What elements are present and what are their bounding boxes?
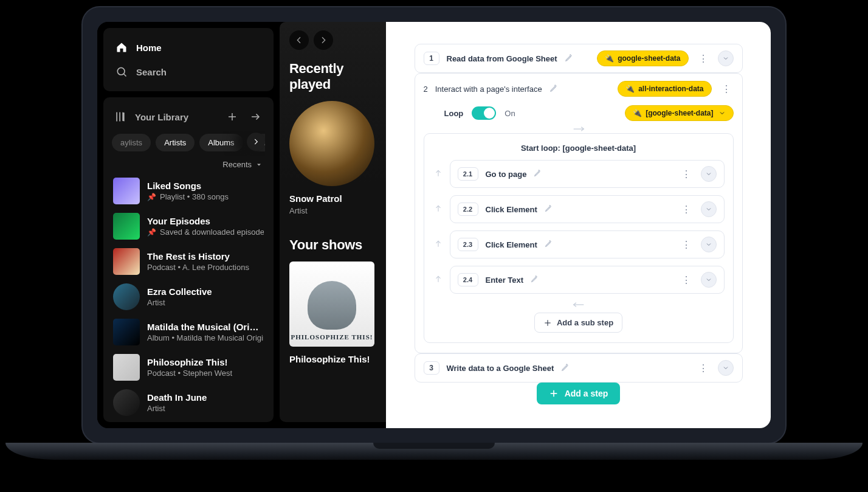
library-sort-label: Recents (222, 160, 252, 169)
move-up-button[interactable] (433, 240, 444, 250)
substep-collapse-button[interactable] (701, 166, 717, 182)
library-item[interactable]: Your Episodes 📌Saved & downloaded episod… (112, 210, 265, 242)
edit-substep-button[interactable] (545, 240, 553, 249)
substep[interactable]: 2.3 Click Element ⋮ (450, 230, 725, 258)
substep-collapse-button[interactable] (701, 201, 717, 217)
library-expand-button[interactable] (248, 109, 263, 124)
step-menu-button[interactable]: ⋮ (696, 53, 711, 64)
plus-icon (543, 319, 552, 327)
chip-scroll-right[interactable] (247, 133, 265, 151)
library-item[interactable]: Philosophize This! Podcast • Stephen Wes… (112, 352, 265, 383)
edit-step-button[interactable] (565, 54, 573, 64)
library-item[interactable]: Matilda the Musical (Original L… Album •… (112, 316, 265, 348)
home-icon (115, 41, 128, 54)
library-icon (114, 111, 126, 123)
step-3[interactable]: 3 Write data to a Google Sheet ⋮ (415, 353, 743, 383)
chevron-right-icon (319, 35, 328, 45)
library-sort[interactable]: Recents (112, 156, 265, 175)
plug-icon: 🔌 (633, 109, 642, 117)
svg-point-0 (117, 68, 125, 75)
chevron-down-icon (705, 276, 712, 283)
library-item-art (113, 213, 140, 240)
loop-label: Loop (444, 109, 464, 118)
add-substep-button[interactable]: Add a sub step (534, 313, 622, 333)
step-output-pill[interactable]: 🔌 all-interaction-data (618, 81, 711, 97)
nav-home[interactable]: Home (112, 35, 265, 60)
arrow-up-icon (434, 275, 443, 283)
step-menu-button[interactable]: ⋮ (696, 362, 711, 374)
pill-label: all-interaction-data (638, 85, 703, 93)
move-up-button[interactable] (433, 275, 444, 285)
nav-search-label: Search (136, 67, 167, 77)
step-number: 2 (424, 85, 428, 94)
edit-step-button[interactable] (561, 363, 570, 373)
chip-albums[interactable]: Albums (199, 134, 243, 151)
library-item[interactable]: Liked Songs 📌Playlist • 380 songs (112, 175, 265, 207)
move-up-button[interactable] (433, 204, 444, 215)
arrow-up-icon (434, 169, 443, 178)
caret-down-icon (255, 161, 263, 168)
arrow-up-icon (434, 204, 443, 213)
step-collapse-button[interactable] (718, 360, 734, 376)
pencil-icon (534, 169, 542, 177)
step-collapse-button[interactable] (718, 50, 734, 66)
nav-search[interactable]: Search (112, 60, 265, 84)
library-card: Your Library aylists Artists Albums (103, 97, 274, 422)
substep-collapse-button[interactable] (701, 272, 717, 288)
library-item-title: Matilda the Musical (Original L… (147, 322, 264, 332)
your-shows-tile[interactable]: PHILOSOPHIZE THIS! Philosophize This! (289, 262, 387, 364)
library-item-art (113, 354, 140, 381)
edit-substep-button[interactable] (531, 275, 539, 285)
chevron-down-icon (705, 206, 712, 213)
substep[interactable]: 2.1 Go to page ⋮ (450, 160, 725, 188)
library-filter-chips: aylists Artists Albums Po (112, 131, 265, 156)
substep-label: Click Element (486, 205, 537, 214)
step-1[interactable]: 1 Read data from Google Sheet 🔌 google-s… (415, 44, 743, 73)
history-forward-button[interactable] (314, 30, 333, 50)
tile-subtitle: Artist (289, 206, 387, 215)
move-up-button[interactable] (433, 169, 444, 179)
edit-substep-button[interactable] (534, 169, 542, 179)
substep[interactable]: 2.2 Click Element ⋮ (450, 195, 725, 223)
substep-collapse-button[interactable] (701, 237, 717, 252)
search-icon (115, 66, 128, 78)
music-app: Home Search Your Library (97, 22, 386, 428)
step-2-header[interactable]: 2 Interact with a page's interface 🔌 all… (424, 81, 734, 97)
chip-playlists[interactable]: aylists (112, 134, 151, 151)
add-step-button[interactable]: Add a step (537, 383, 621, 404)
edit-substep-button[interactable] (545, 204, 553, 214)
substep[interactable]: 2.4 Enter Text ⋮ (450, 266, 725, 294)
edit-step-button[interactable] (549, 84, 558, 94)
pencil-icon (565, 54, 573, 62)
loop-body: Start loop: [google-sheet-data] 2.1 Go t… (424, 133, 734, 343)
step-output-pill[interactable]: 🔌 google-sheet-data (597, 50, 688, 66)
step-menu-button[interactable]: ⋮ (719, 83, 734, 95)
step-label: Read data from Google Sheet (447, 54, 557, 63)
music-main: Recently played Snow Patrol Artist Your … (280, 22, 402, 428)
library-item-subtitle: 📌Saved & downloaded episodes (147, 227, 264, 237)
recently-played-heading: Recently played (289, 61, 387, 92)
loop-source-pill[interactable]: 🔌 [google-sheet-data] (625, 105, 733, 121)
pencil-icon (545, 240, 553, 248)
recently-played-tile[interactable]: Snow Patrol Artist (289, 101, 387, 215)
chevron-left-icon (294, 35, 304, 45)
library-item-subtitle: Album • Matilda the Musical Origin… (147, 333, 264, 342)
library-add-button[interactable] (225, 109, 239, 124)
chip-artists[interactable]: Artists (156, 134, 195, 151)
substep-menu-button[interactable]: ⋮ (679, 239, 694, 251)
substep-menu-button[interactable]: ⋮ (679, 274, 694, 286)
substep-label: Click Element (486, 240, 537, 249)
loop-state: On (505, 109, 515, 118)
music-sidebar: Home Search Your Library (97, 22, 280, 428)
library-item-title: Death In June (147, 392, 207, 403)
substep-menu-button[interactable]: ⋮ (679, 168, 694, 180)
pinned-icon: 📌 (147, 228, 156, 237)
substep-row: 2.3 Click Element ⋮ (433, 230, 725, 258)
loop-arrow-in-icon (573, 125, 585, 134)
substep-menu-button[interactable]: ⋮ (679, 204, 694, 215)
library-item[interactable]: Death In June Artist (112, 387, 265, 418)
library-item[interactable]: The Rest is History Podcast • A. Lee Pro… (112, 246, 265, 277)
library-item[interactable]: Ezra Collective Artist (112, 281, 265, 313)
loop-toggle[interactable] (472, 106, 496, 120)
history-back-button[interactable] (289, 30, 309, 50)
